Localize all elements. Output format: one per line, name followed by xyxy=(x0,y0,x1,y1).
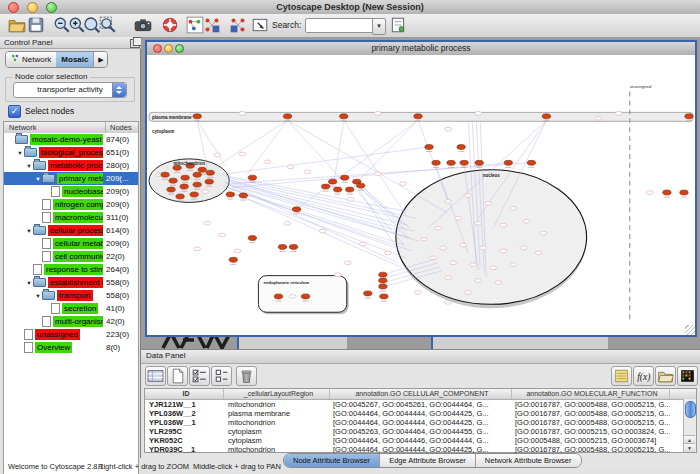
network-node[interactable] xyxy=(239,193,247,198)
tab-network-attribute-browser[interactable]: Network Attribute Browser xyxy=(476,454,581,467)
network-node[interactable] xyxy=(289,244,297,249)
network-node[interactable] xyxy=(198,167,206,172)
network-node-unselected[interactable] xyxy=(319,229,326,233)
network-node-unselected[interactable] xyxy=(219,233,226,237)
network-node-unselected[interactable] xyxy=(239,152,246,156)
network-edge[interactable] xyxy=(231,190,412,251)
function-builder-icon[interactable]: f(x) xyxy=(633,366,654,386)
resize-grip[interactable] xyxy=(685,325,695,335)
network-node[interactable] xyxy=(527,160,535,165)
table-row[interactable]: YPL036W__1mitochondrion[GO:0044464, GO:0… xyxy=(145,418,696,427)
network-node-unselected[interactable] xyxy=(523,219,530,223)
network-node-unselected[interactable] xyxy=(202,190,209,194)
network-node-unselected[interactable] xyxy=(284,221,291,225)
expand-arrow-icon[interactable]: ▼ xyxy=(25,163,33,169)
network-node-unselected[interactable] xyxy=(646,191,653,195)
network-node[interactable] xyxy=(685,114,693,119)
network-edge[interactable] xyxy=(361,186,410,229)
network-node-unselected[interactable] xyxy=(475,279,482,283)
network-node[interactable] xyxy=(328,179,336,184)
import-network-icon[interactable] xyxy=(203,16,221,34)
column-header-cellular-component[interactable]: annotation.GO CELLULAR_COMPONENT xyxy=(330,389,512,399)
network-node-unselected[interactable] xyxy=(465,194,472,198)
network-node-unselected[interactable] xyxy=(445,276,452,280)
network-node[interactable] xyxy=(340,114,348,119)
tree-row[interactable]: Overview8(0) xyxy=(4,341,138,354)
data-panel-title[interactable]: Data Panel xyxy=(141,350,700,364)
tab-mosaic[interactable]: Mosaic xyxy=(56,52,93,67)
network-node[interactable] xyxy=(248,175,256,180)
network-node-unselected[interactable] xyxy=(510,206,517,210)
node-color-dropdown[interactable]: transporter activity xyxy=(13,82,127,98)
expand-arrow-icon[interactable]: ▼ xyxy=(25,228,33,234)
table-row[interactable]: YKR052Ccytoplasm[GO:0044464, GO:0044446,… xyxy=(145,436,696,445)
network-node-unselected[interactable] xyxy=(475,111,482,115)
expand-arrow-icon[interactable]: ▼ xyxy=(16,150,24,156)
network-node-unselected[interactable] xyxy=(287,165,294,169)
network-edge[interactable] xyxy=(217,120,287,166)
network-node[interactable] xyxy=(542,114,550,119)
network-node[interactable] xyxy=(278,244,286,249)
tree-row[interactable]: cellular metabo209(0) xyxy=(4,237,138,250)
network-node-unselected[interactable] xyxy=(440,246,447,250)
network-edge[interactable] xyxy=(247,120,287,173)
network-node-unselected[interactable] xyxy=(615,111,622,115)
delete-attribute-icon[interactable] xyxy=(236,366,257,386)
tree-row[interactable]: macromolecule311(0) xyxy=(4,211,138,224)
network-node[interactable] xyxy=(663,190,671,195)
zoom-selected-icon[interactable] xyxy=(99,16,117,34)
table-row[interactable]: YLR295Ccytoplasm[GO:0045263, GO:0044464,… xyxy=(145,427,696,436)
network-node[interactable] xyxy=(161,172,169,177)
network-node[interactable] xyxy=(475,160,483,165)
network-graph[interactable]: plasma membranecytoplasmmitochondrionnuc… xyxy=(147,55,695,335)
tree-row[interactable]: multi-organism pro42(0) xyxy=(4,315,138,328)
window-titlebar[interactable]: Cytoscape Desktop (New Session) xyxy=(0,0,700,15)
network-node-unselected[interactable] xyxy=(465,291,472,295)
table-row[interactable]: YPL036W__2plasma membrane[GO:0044464, GO… xyxy=(145,409,696,418)
network-node[interactable] xyxy=(364,291,372,296)
tree-row[interactable]: nitrogen compo209(0) xyxy=(4,198,138,211)
matrix-view-icon[interactable] xyxy=(677,366,698,386)
search-dropdown-arrow-icon[interactable]: ▼ xyxy=(372,18,386,35)
tree-row[interactable]: secretion41(0) xyxy=(4,302,138,315)
network-node[interactable] xyxy=(176,194,184,199)
network-node-unselected[interactable] xyxy=(347,198,354,202)
column-header-id[interactable]: ID xyxy=(145,389,224,399)
notes-icon[interactable] xyxy=(611,366,632,386)
table-scrollbar[interactable]: ▲ ▼ xyxy=(683,399,696,452)
network-node-unselected[interactable] xyxy=(540,231,547,235)
select-nodes-checkbox[interactable]: ✓ xyxy=(8,105,21,118)
network-node-unselected[interactable] xyxy=(460,243,467,247)
network-node[interactable] xyxy=(248,236,256,241)
network-node[interactable] xyxy=(457,145,465,150)
network-node-unselected[interactable] xyxy=(430,256,437,260)
network-node[interactable] xyxy=(190,192,198,197)
background-window-fragment[interactable] xyxy=(237,335,347,349)
scroll-down-icon[interactable]: ▼ xyxy=(684,443,695,452)
network-node[interactable] xyxy=(321,184,329,189)
snapshot-icon[interactable] xyxy=(134,16,152,34)
annotation-icon[interactable] xyxy=(251,16,269,34)
network-node-unselected[interactable] xyxy=(510,263,517,267)
network-node-unselected[interactable] xyxy=(500,223,507,227)
network-edge[interactable] xyxy=(225,176,406,212)
tree-column-network[interactable]: Network xyxy=(4,122,106,133)
search-input[interactable] xyxy=(305,18,375,33)
tree-row[interactable]: ▼establishment of lo558(0) xyxy=(4,276,138,289)
tree-column-nodes[interactable]: Nodes xyxy=(106,122,138,133)
attribute-columns-icon[interactable] xyxy=(211,366,232,386)
network-canvas[interactable]: plasma membranecytoplasmmitochondrionnuc… xyxy=(147,55,695,335)
network-node[interactable] xyxy=(379,278,387,283)
network-node-unselected[interactable] xyxy=(595,116,602,120)
network-node-unselected[interactable] xyxy=(374,172,381,176)
select-attributes-icon[interactable] xyxy=(189,366,210,386)
network-node[interactable] xyxy=(181,175,189,180)
tree-row[interactable]: ▼biological_process651(0) xyxy=(4,146,138,159)
network-view-window[interactable]: primary metabolic process plasma membran… xyxy=(145,40,697,337)
import-attributes-icon[interactable] xyxy=(655,366,676,386)
network-node[interactable] xyxy=(379,272,387,277)
network-panel-icon[interactable] xyxy=(186,16,204,34)
network-window-titlebar[interactable]: primary metabolic process xyxy=(147,42,695,56)
export-network-icon[interactable] xyxy=(229,16,247,34)
tree-row[interactable]: ▼transport558(0) xyxy=(4,289,138,302)
